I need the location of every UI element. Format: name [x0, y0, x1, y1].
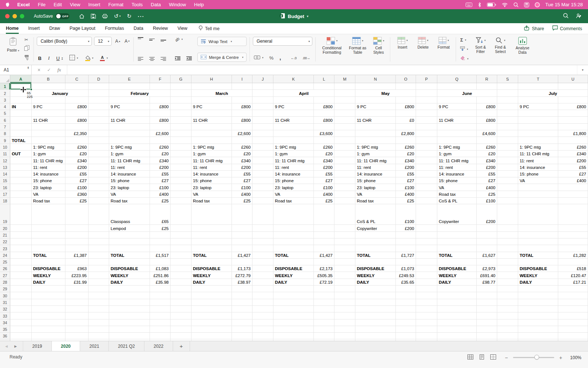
cell-C8[interactable]: £2,350	[65, 130, 89, 137]
cell-J25[interactable]	[252, 259, 273, 265]
cell-F28[interactable]: £35.98	[150, 279, 171, 286]
cell-E9[interactable]	[109, 137, 150, 144]
cell-T35[interactable]	[518, 326, 558, 333]
cell-P21[interactable]	[416, 232, 437, 238]
cell-G12[interactable]	[171, 157, 191, 164]
cell-D31[interactable]	[89, 299, 109, 306]
cell-U25[interactable]	[558, 259, 588, 265]
align-center-button[interactable]	[148, 57, 156, 61]
cell-G1[interactable]	[171, 83, 191, 90]
cell-B11[interactable]: 1: gym	[32, 151, 65, 157]
cell-M27[interactable]	[334, 272, 355, 279]
row-header-24[interactable]: 24	[0, 252, 10, 259]
row-header-10[interactable]: 10	[0, 144, 10, 151]
orientation-button[interactable]: ab	[174, 37, 184, 42]
cell-C27[interactable]: £223.95	[65, 272, 89, 279]
cell-Q35[interactable]	[437, 326, 477, 333]
column-header-E[interactable]: E	[109, 75, 150, 83]
cell-H1[interactable]	[191, 83, 232, 90]
cell-L11[interactable]: £20	[314, 151, 334, 157]
cell-styles-button[interactable]: Cell Styles	[370, 36, 387, 63]
cell-H18[interactable]: Road tax	[191, 198, 232, 204]
format-painter-button[interactable]	[23, 54, 31, 62]
cell-L6[interactable]: £800	[314, 117, 334, 123]
cell-L21[interactable]	[314, 232, 334, 238]
increase-decimal-button[interactable]: ←.0	[290, 56, 298, 60]
cell-E5[interactable]	[109, 110, 150, 117]
cell-M3[interactable]	[334, 97, 355, 103]
cell-J36[interactable]	[252, 333, 273, 339]
cell-S16[interactable]	[497, 184, 518, 191]
cell-R8[interactable]: £4,600	[477, 130, 497, 137]
cell-F5[interactable]	[150, 110, 171, 117]
cell-N33[interactable]	[355, 312, 396, 319]
cell-T30[interactable]	[518, 292, 558, 299]
cell-H14[interactable]: 14: insurance	[191, 171, 232, 177]
cell-A8[interactable]	[10, 130, 32, 137]
cell-I29[interactable]	[232, 286, 252, 292]
cell-C23[interactable]	[65, 245, 89, 252]
cell-S2[interactable]	[497, 90, 518, 96]
menu-bar-clock[interactable]: Tue 15 Mar 15:28	[545, 2, 583, 7]
cell-D34[interactable]	[89, 319, 109, 326]
cell-A24[interactable]	[10, 252, 32, 259]
cell-B36[interactable]	[32, 333, 65, 339]
cell-S8[interactable]	[497, 130, 518, 137]
cell-M11[interactable]	[334, 151, 355, 157]
cell-M14[interactable]	[334, 171, 355, 177]
cell-M13[interactable]	[334, 164, 355, 171]
cell-J14[interactable]	[252, 171, 273, 177]
cell-O29[interactable]	[396, 286, 416, 292]
column-header-R[interactable]: R	[477, 75, 497, 83]
cell-G31[interactable]	[171, 299, 191, 306]
cell-H36[interactable]	[191, 333, 232, 339]
cell-T1[interactable]	[518, 83, 558, 90]
cell-S18[interactable]	[497, 198, 518, 204]
cell-D32[interactable]	[89, 306, 109, 312]
cell-O22[interactable]	[396, 238, 416, 245]
menu-tools[interactable]: Tools	[132, 2, 143, 7]
cell-T8[interactable]	[518, 130, 558, 137]
cell-N29[interactable]	[355, 286, 396, 292]
column-header-H[interactable]: H	[191, 75, 232, 83]
cell-K25[interactable]	[273, 259, 314, 265]
cell-E4[interactable]: 9 PC	[109, 103, 150, 110]
cell-F20[interactable]: £25	[150, 225, 171, 231]
cell-R23[interactable]	[477, 245, 497, 252]
cell-K12[interactable]: 11: 11 CHR mtg	[273, 157, 314, 164]
cell-E26[interactable]: DISPOSABLE	[109, 265, 150, 272]
cell-D36[interactable]	[89, 333, 109, 339]
cell-H2[interactable]: March	[191, 90, 252, 96]
column-header-T[interactable]: T	[518, 75, 558, 83]
cell-E37[interactable]	[109, 339, 150, 341]
cell-P17[interactable]	[416, 191, 437, 198]
cell-B30[interactable]	[32, 292, 65, 299]
row-header-27[interactable]: 27	[0, 272, 10, 279]
cell-N2[interactable]: May	[355, 90, 416, 96]
cell-R18[interactable]: £100	[477, 198, 497, 204]
cell-B35[interactable]	[32, 326, 65, 333]
cell-C6[interactable]: £800	[65, 117, 89, 123]
cell-I19[interactable]	[232, 204, 252, 225]
cell-G14[interactable]	[171, 171, 191, 177]
cell-P28[interactable]	[416, 279, 437, 286]
cell-J35[interactable]	[252, 326, 273, 333]
cell-O3[interactable]	[396, 97, 416, 103]
share-user-icon[interactable]	[576, 13, 582, 20]
cell-H19[interactable]	[191, 204, 232, 225]
cell-C13[interactable]: £200	[65, 164, 89, 171]
column-header-P[interactable]: P	[416, 75, 437, 83]
cell-M12[interactable]	[334, 157, 355, 164]
cell-N7[interactable]	[355, 124, 396, 130]
cell-Q34[interactable]	[437, 319, 477, 326]
cell-C21[interactable]	[65, 232, 89, 238]
cell-R14[interactable]: £55	[477, 171, 497, 177]
cell-L1[interactable]	[314, 83, 334, 90]
cell-R35[interactable]	[477, 326, 497, 333]
cell-H24[interactable]: TOTAL	[191, 252, 232, 259]
cell-D10[interactable]	[89, 144, 109, 151]
cell-E23[interactable]	[109, 245, 150, 252]
cell-D27[interactable]	[89, 272, 109, 279]
cell-L15[interactable]: £27	[314, 177, 334, 184]
cell-S37[interactable]	[497, 339, 518, 341]
